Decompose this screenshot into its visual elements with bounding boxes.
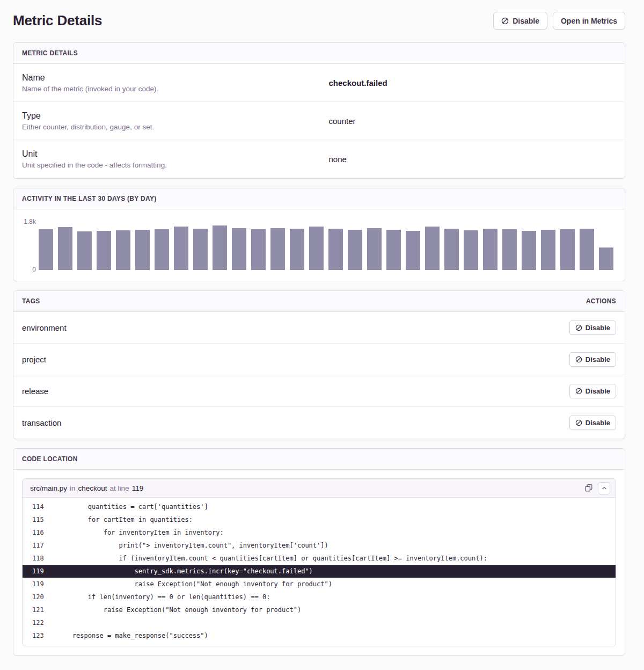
chevron-up-icon: [601, 485, 608, 491]
detail-description: Unit specified in the code - affects for…: [22, 161, 319, 169]
line-text: if len(inventory) == 0 or len(quantities…: [57, 591, 270, 603]
disable-tag-label: Disable: [586, 324, 610, 332]
metric-type-value: counter: [319, 116, 617, 126]
chart-bar: [290, 229, 304, 270]
code-lines: 114 quantities = cart['quantities']115 f…: [23, 498, 616, 646]
chart-bar: [464, 230, 478, 270]
disable-tag-project-button[interactable]: Disable: [569, 352, 616, 367]
detail-description: Either counter, distribution, gauge, or …: [22, 123, 319, 131]
detail-row-name: Name Name of the metric (invoked in your…: [13, 64, 625, 102]
detail-label-block: Type Either counter, distribution, gauge…: [22, 111, 319, 131]
disable-tag-environment-button[interactable]: Disable: [569, 321, 616, 335]
code-line: 117 print("> inventoryItem.count", inven…: [23, 539, 616, 552]
chart-bar: [599, 247, 613, 270]
y-axis-tick-min: 0: [32, 266, 36, 273]
copy-code-button[interactable]: [583, 483, 594, 493]
code-line: 121 raise Exception("Not enough inventor…: [23, 603, 616, 616]
metric-details-panel-title: METRIC DETAILS: [22, 49, 78, 57]
tags-column-header: TAGS: [22, 297, 40, 305]
code-in-word: in: [70, 484, 76, 492]
metric-details-page: Metric Details Disable Open in Metrics M…: [0, 0, 644, 670]
open-in-metrics-button[interactable]: Open in Metrics: [553, 12, 625, 30]
chart-bar: [309, 227, 324, 270]
detail-label-block: Name Name of the metric (invoked in your…: [22, 73, 319, 93]
line-number: 116: [23, 526, 57, 539]
chart-bar: [77, 231, 92, 270]
chart-bar: [232, 228, 246, 270]
ban-icon: [575, 388, 582, 395]
code-line: 116 for inventoryItem in inventory:: [23, 526, 616, 539]
chart-bar: [116, 230, 130, 270]
chart-bar: [386, 230, 401, 270]
header-actions: Disable Open in Metrics: [493, 12, 625, 30]
disable-tag-label: Disable: [586, 419, 610, 427]
ban-icon: [575, 356, 582, 363]
tag-row-project: project Disable: [13, 344, 625, 375]
code-location-panel: CODE LOCATION src/main.py in checkout at…: [13, 448, 625, 656]
tag-row-environment: environment Disable: [13, 312, 625, 344]
disable-tag-transaction-button[interactable]: Disable: [569, 416, 616, 430]
code-line-highlighted: 119 sentry_sdk.metrics.incr(key="checkou…: [23, 565, 616, 578]
chart-y-axis: 1.8k 0: [22, 222, 36, 270]
metric-name-value: checkout.failed: [319, 78, 617, 88]
line-number: 114: [23, 500, 57, 513]
detail-label: Unit: [22, 149, 319, 159]
detail-row-unit: Unit Unit specified in the code - affect…: [13, 140, 625, 178]
code-block: src/main.py in checkout at line 119 114 …: [22, 478, 616, 646]
code-at-line-word: at line: [110, 484, 129, 492]
code-header-actions: [583, 482, 610, 494]
disable-tag-label: Disable: [586, 355, 610, 363]
line-text: for inventoryItem in inventory:: [57, 526, 224, 539]
chart-bar: [270, 228, 285, 270]
chart-bar: [502, 229, 517, 270]
code-line: 114 quantities = cart['quantities']: [23, 500, 616, 513]
activity-panel-header: ACTIVITY IN THE LAST 30 DAYS (BY DAY): [13, 188, 625, 209]
ban-icon: [501, 17, 509, 25]
line-text: sentry_sdk.metrics.incr(key="checkout.fa…: [57, 565, 313, 578]
line-text: response = make_response("success"): [57, 629, 208, 642]
chart-bar: [483, 229, 497, 270]
detail-label: Name: [22, 73, 319, 83]
detail-label: Type: [22, 111, 319, 121]
line-number: 117: [23, 539, 57, 552]
actions-column-header: ACTIONS: [586, 297, 616, 305]
metric-details-panel-header: METRIC DETAILS: [13, 43, 625, 64]
chart-bar: [348, 230, 362, 270]
chart-bar: [39, 229, 53, 270]
detail-description: Name of the metric (invoked in your code…: [22, 85, 319, 93]
code-line: 115 for cartItem in quantities:: [23, 513, 616, 526]
chart-bar: [58, 227, 72, 270]
line-number: 118: [23, 552, 57, 565]
code-line-number-ref: 119: [132, 484, 144, 492]
line-number: 120: [23, 591, 57, 603]
tag-name: release: [22, 387, 48, 396]
collapse-code-button[interactable]: [598, 482, 610, 494]
chart-bar: [560, 229, 575, 270]
chart-bar: [251, 229, 266, 270]
chart-bar: [174, 227, 188, 270]
line-number: 122: [23, 616, 57, 629]
detail-row-type: Type Either counter, distribution, gauge…: [13, 102, 625, 140]
activity-panel: ACTIVITY IN THE LAST 30 DAYS (BY DAY) 1.…: [13, 188, 625, 281]
disable-button-label: Disable: [513, 17, 539, 25]
code-file-path: src/main.py: [30, 484, 67, 492]
code-location-panel-title: CODE LOCATION: [22, 455, 78, 463]
line-text: raise Exception("Not enough inventory fo…: [57, 578, 332, 591]
line-number: 123: [23, 629, 57, 642]
disable-tag-release-button[interactable]: Disable: [569, 384, 616, 398]
line-number: 119: [23, 565, 57, 578]
tag-name: transaction: [22, 418, 61, 427]
metric-details-panel: METRIC DETAILS Name Name of the metric (…: [13, 42, 625, 179]
chart-bar: [213, 225, 227, 270]
disable-tag-label: Disable: [586, 387, 610, 395]
ban-icon: [575, 419, 582, 426]
line-text: raise Exception("Not enough inventory fo…: [57, 603, 301, 616]
code-location-panel-header: CODE LOCATION: [13, 449, 625, 470]
code-line: 120 if len(inventory) == 0 or len(quanti…: [23, 591, 616, 603]
disable-metric-button[interactable]: Disable: [493, 12, 547, 30]
chart-bar: [425, 227, 440, 270]
line-text: quantities = cart['quantities']: [57, 500, 208, 513]
code-line: 119 raise Exception("Not enough inventor…: [23, 578, 616, 591]
tags-panel: TAGS ACTIONS environment Disable project…: [13, 290, 625, 439]
code-function-name: checkout: [78, 484, 107, 492]
